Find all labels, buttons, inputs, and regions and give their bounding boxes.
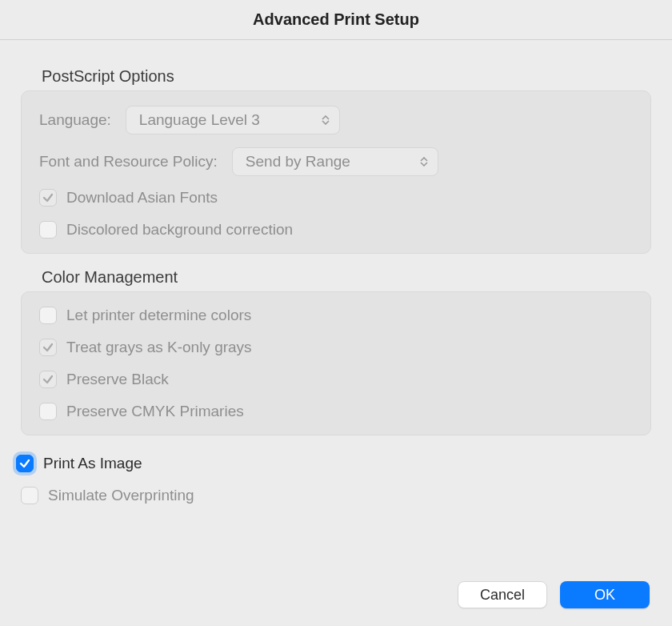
color-header: Color Management [42,268,651,287]
preserve-black-checkbox[interactable] [39,371,57,388]
download-asian-row: Download Asian Fonts [39,189,633,207]
policy-label: Font and Resource Policy: [39,153,218,171]
policy-select-value: Send by Range [246,153,350,171]
simulate-overprinting-label: Simulate Overprinting [48,487,194,504]
let-printer-checkbox[interactable] [39,307,57,324]
language-select-value: Language Level 3 [139,111,260,129]
discolored-row: Discolored background correction [39,221,633,239]
titlebar: Advanced Print Setup [0,0,672,40]
updown-icon [420,157,428,167]
preserve-cmyk-checkbox[interactable] [39,403,57,420]
postscript-section: Language: Language Level 3 Font and Reso… [21,90,651,254]
preserve-black-row: Preserve Black [39,371,633,388]
policy-row: Font and Resource Policy: Send by Range [39,147,633,176]
let-printer-row: Let printer determine colors [39,307,633,324]
download-asian-checkbox[interactable] [39,189,57,207]
ok-button[interactable]: OK [560,581,650,608]
postscript-header: PostScript Options [42,67,651,86]
preserve-cmyk-label: Preserve CMYK Primaries [66,403,244,420]
color-section: Let printer determine colors Treat grays… [21,291,651,435]
language-select[interactable]: Language Level 3 [126,106,340,134]
print-as-image-row: Print As Image [16,455,651,472]
discolored-checkbox[interactable] [39,221,57,239]
simulate-overprinting-checkbox[interactable] [21,487,38,504]
treat-grays-label: Treat grays as K-only grays [66,339,252,356]
treat-grays-row: Treat grays as K-only grays [39,339,633,356]
policy-select[interactable]: Send by Range [232,147,438,176]
cancel-button[interactable]: Cancel [458,581,547,608]
print-as-image-label: Print As Image [43,455,142,472]
content-area: PostScript Options Language: Language Le… [0,40,672,504]
button-bar: Cancel OK [458,581,650,608]
language-row: Language: Language Level 3 [39,106,633,134]
preserve-cmyk-row: Preserve CMYK Primaries [39,403,633,420]
dialog-title: Advanced Print Setup [253,10,419,29]
preserve-black-label: Preserve Black [66,371,169,388]
print-as-image-checkbox[interactable] [16,455,34,472]
simulate-overprinting-row: Simulate Overprinting [21,487,651,504]
let-printer-label: Let printer determine colors [66,307,251,324]
language-label: Language: [39,111,111,129]
updown-icon [322,115,330,125]
treat-grays-checkbox[interactable] [39,339,57,356]
discolored-label: Discolored background correction [66,221,293,239]
extra-options: Print As Image Simulate Overprinting [21,455,651,504]
download-asian-label: Download Asian Fonts [66,189,218,207]
